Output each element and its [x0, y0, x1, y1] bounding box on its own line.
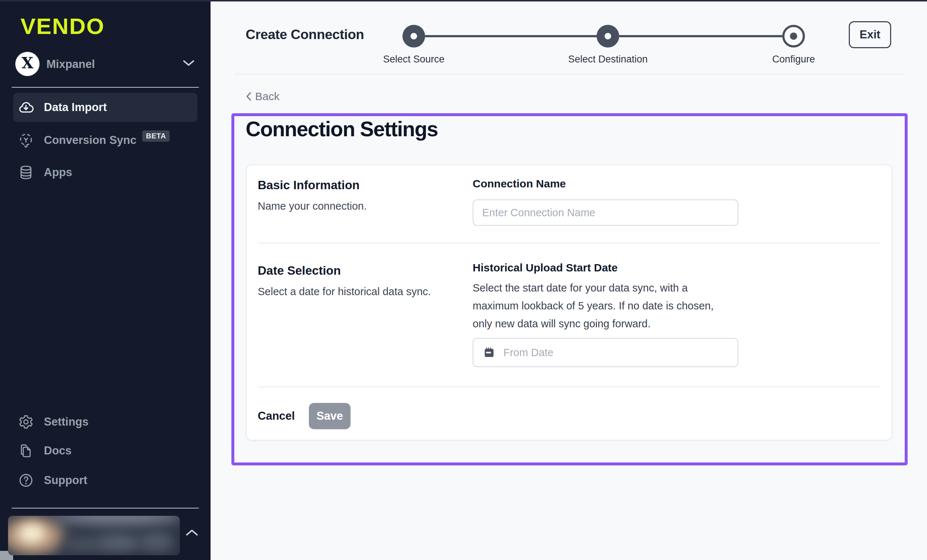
sidebar: VENDO X Mixpanel Data Import — [0, 0, 211, 560]
connection-name-label: Connection Name — [473, 178, 566, 190]
from-date-input[interactable] — [503, 346, 738, 359]
documents-icon — [18, 442, 34, 459]
back-label: Back — [255, 90, 280, 103]
sidebar-item-settings[interactable]: Settings — [13, 408, 198, 436]
date-selection-description: Select a date for historical data sync. — [258, 286, 431, 298]
historical-upload-start-date-label: Historical Upload Start Date — [473, 261, 618, 274]
blurred-text — [138, 531, 174, 552]
chevron-up-icon[interactable] — [185, 528, 199, 539]
date-selection-heading: Date Selection — [258, 264, 341, 278]
basic-information-description: Name your connection. — [258, 200, 367, 212]
step-select-source-dot — [403, 25, 425, 47]
database-icon — [18, 164, 34, 181]
mixpanel-logo-icon: X — [21, 56, 33, 71]
sidebar-item-apps[interactable]: Apps — [13, 159, 198, 186]
header-divider — [234, 74, 904, 74]
sidebar-item-label: Settings — [44, 415, 88, 428]
user-account-blurred[interactable] — [8, 516, 180, 555]
sidebar-item-label: Docs — [44, 444, 71, 457]
sidebar-item-support[interactable]: Support — [13, 466, 198, 494]
sidebar-item-label: Support — [44, 474, 87, 487]
blurred-text — [63, 536, 103, 552]
step-label-configure: Configure — [772, 54, 815, 65]
sidebar-item-label: Conversion Sync — [44, 134, 136, 147]
cancel-button[interactable]: Cancel — [258, 409, 295, 423]
card-divider — [258, 387, 881, 387]
beta-badge: BETA — [142, 131, 170, 142]
sync-move-icon — [18, 132, 34, 149]
basic-information-heading: Basic Information — [258, 178, 360, 192]
calendar-icon — [483, 346, 495, 359]
chevron-down-icon[interactable] — [182, 59, 195, 69]
avatar-highlight — [19, 524, 45, 543]
sidebar-divider — [12, 87, 199, 88]
connection-name-input[interactable] — [473, 199, 739, 226]
step-select-destination-dot — [597, 25, 619, 47]
workspace-name: Mixpanel — [46, 58, 95, 71]
back-link[interactable]: Back — [246, 90, 280, 103]
exit-button[interactable]: Exit — [849, 21, 891, 48]
window-top-edge — [0, 0, 927, 2]
stepper-connector — [425, 35, 597, 37]
stepper-connector — [619, 35, 782, 37]
date-help-text: Select the start date for your data sync… — [473, 279, 730, 333]
card-divider — [258, 243, 881, 243]
sidebar-item-docs[interactable]: Docs — [13, 437, 198, 464]
panel-title: Connection Settings — [246, 117, 438, 141]
sidebar-item-label: Data Import — [44, 101, 107, 114]
sidebar-item-data-import[interactable]: Data Import — [13, 93, 198, 122]
step-label-select-destination: Select Destination — [568, 54, 648, 65]
sidebar-item-label: Apps — [44, 166, 72, 179]
workspace-avatar: X — [15, 52, 40, 76]
chevron-left-icon — [246, 92, 251, 101]
from-date-field[interactable] — [473, 338, 739, 367]
brand-logo: VENDO — [20, 13, 105, 39]
save-button[interactable]: Save — [309, 403, 351, 429]
help-circle-icon — [18, 472, 34, 489]
app-window: VENDO X Mixpanel Data Import — [0, 0, 927, 560]
cloud-download-icon — [18, 99, 34, 116]
sidebar-divider — [12, 508, 199, 508]
blurred-text — [52, 516, 180, 525]
step-label-select-source: Select Source — [383, 54, 444, 65]
sidebar-item-conversion-sync[interactable]: Conversion Sync BETA — [13, 126, 198, 154]
page-title: Create Connection — [246, 27, 364, 42]
step-configure-dot — [782, 25, 805, 47]
gear-icon — [18, 414, 34, 430]
